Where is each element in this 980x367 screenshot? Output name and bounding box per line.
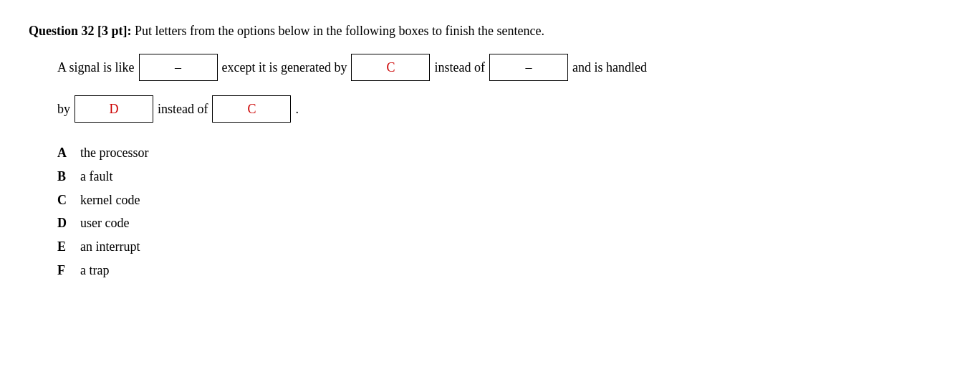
- sentence-line-2: by D instead of C .: [57, 95, 951, 123]
- option-f-letter: F: [57, 260, 72, 281]
- text-part5: by: [57, 100, 70, 119]
- box5-value: C: [247, 100, 256, 119]
- fill-box-5: C: [212, 95, 291, 123]
- option-b-letter: B: [57, 166, 72, 187]
- option-b-text: a fault: [80, 166, 112, 187]
- box2-value: C: [386, 58, 395, 77]
- fill-box-4: D: [75, 95, 153, 123]
- option-a-letter: A: [57, 143, 72, 163]
- option-d: D user code: [57, 213, 951, 234]
- option-d-text: user code: [80, 213, 129, 234]
- question-header: Question 32 [3 pt]: Put letters from the…: [29, 22, 951, 41]
- option-f: F a trap: [57, 260, 951, 281]
- option-c-text: kernel code: [80, 190, 140, 211]
- question-instruction: Put letters from the options below in th…: [135, 24, 544, 38]
- options-section: A the processor B a fault C kernel code …: [57, 143, 951, 281]
- option-b: B a fault: [57, 166, 951, 187]
- option-e-text: an interrupt: [80, 237, 140, 257]
- text-part3: instead of: [434, 58, 484, 77]
- text-part4: and is handled: [572, 58, 647, 77]
- fill-box-2: C: [351, 54, 430, 81]
- option-c: C kernel code: [57, 190, 951, 211]
- text-part6: instead of: [158, 100, 208, 119]
- fill-box-1: –: [139, 54, 218, 81]
- fill-box-3: –: [489, 54, 568, 81]
- option-d-letter: D: [57, 213, 72, 234]
- option-a-text: the processor: [80, 143, 148, 163]
- option-a: A the processor: [57, 143, 951, 163]
- option-c-letter: C: [57, 190, 72, 211]
- text-part1: A signal is like: [57, 58, 135, 77]
- sentence-line-1: A signal is like – except it is generate…: [57, 54, 951, 81]
- option-e-letter: E: [57, 237, 72, 257]
- text-part2: except it is generated by: [222, 58, 347, 77]
- question-points: [3 pt]:: [97, 24, 132, 38]
- option-e: E an interrupt: [57, 237, 951, 257]
- box1-value: –: [175, 58, 181, 77]
- text-period: .: [295, 100, 299, 119]
- box4-value: D: [110, 100, 119, 119]
- box3-value: –: [525, 58, 532, 77]
- question-container: Question 32 [3 pt]: Put letters from the…: [29, 22, 951, 281]
- question-number: Question 32: [29, 24, 95, 38]
- option-f-text: a trap: [80, 260, 109, 281]
